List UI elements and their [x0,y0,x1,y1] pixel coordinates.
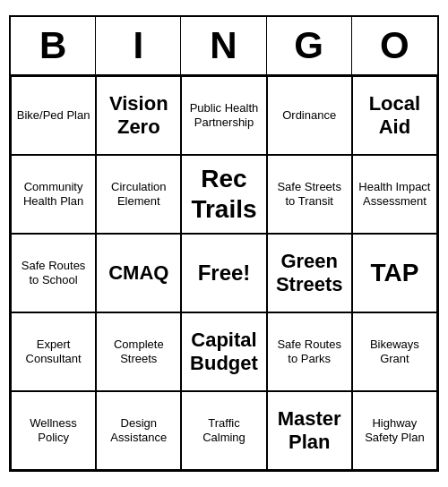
bingo-cell-23: Master Plan [267,391,352,470]
bingo-cell-21: Design Assistance [96,391,181,470]
header-letter-i: I [96,17,181,74]
bingo-cell-8: Safe Streets to Transit [267,155,352,234]
bingo-cell-24: Highway Safety Plan [352,391,437,470]
bingo-cell-4: Local Aid [352,76,437,155]
bingo-cell-6: Circulation Element [96,155,181,234]
bingo-cell-15: Expert Consultant [11,312,96,391]
bingo-cell-9: Health Impact Assessment [352,155,437,234]
bingo-cell-16: Complete Streets [96,312,181,391]
header-letter-g: G [267,17,352,74]
bingo-cell-22: Traffic Calming [181,391,266,470]
bingo-card: BINGO Bike/Ped PlanVision ZeroPublic Hea… [9,15,439,472]
bingo-cell-0: Bike/Ped Plan [11,76,96,155]
header-letter-n: N [181,17,266,74]
bingo-cell-5: Community Health Plan [11,155,96,234]
bingo-cell-10: Safe Routes to School [11,234,96,312]
bingo-grid: Bike/Ped PlanVision ZeroPublic Health Pa… [11,76,437,470]
bingo-cell-7: Rec Trails [181,155,266,234]
bingo-cell-11: CMAQ [96,234,181,312]
bingo-cell-2: Public Health Partnership [181,76,266,155]
bingo-cell-14: TAP [352,234,437,312]
bingo-cell-12: Free! [181,234,266,312]
bingo-cell-17: Capital Budget [181,312,266,391]
bingo-cell-13: Green Streets [267,234,352,312]
bingo-cell-3: Ordinance [267,76,352,155]
bingo-cell-1: Vision Zero [96,76,181,155]
bingo-cell-19: Bikeways Grant [352,312,437,391]
bingo-cell-20: Wellness Policy [11,391,96,470]
header-letter-o: O [352,17,437,74]
bingo-cell-18: Safe Routes to Parks [267,312,352,391]
header-letter-b: B [11,17,96,74]
bingo-header: BINGO [11,17,437,76]
